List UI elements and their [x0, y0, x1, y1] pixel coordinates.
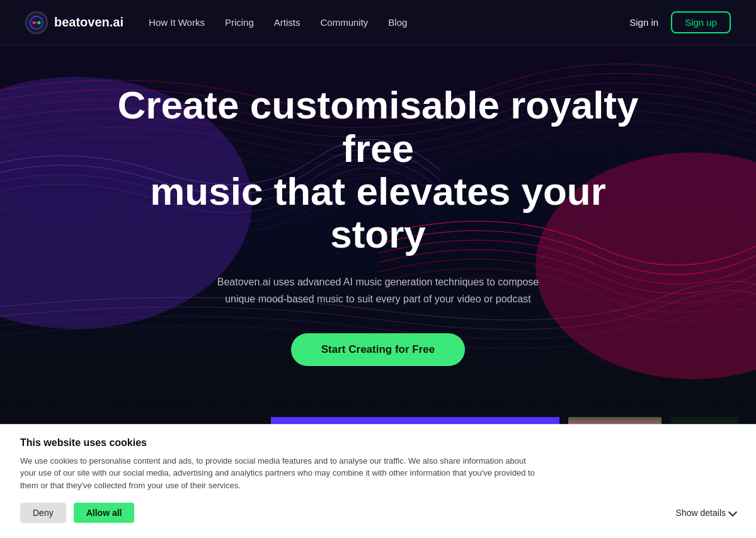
sign-up-button[interactable]: Sign up: [671, 11, 731, 33]
navbar: beatoven.ai How It Works Pricing Artists…: [0, 0, 756, 45]
logo-icon: [25, 11, 48, 34]
cookie-banner: This website uses cookies We use cookies…: [0, 424, 756, 539]
cookie-text: We use cookies to personalise content an…: [20, 455, 537, 492]
nav-community[interactable]: Community: [320, 17, 368, 28]
hero-content: Create customisable royalty free music t…: [107, 84, 649, 365]
allow-all-button[interactable]: Allow all: [74, 503, 135, 523]
logo-text: beatoven.ai: [54, 15, 123, 30]
nav-artists[interactable]: Artists: [274, 17, 301, 28]
hero-subtitle: Beatoven.ai uses advanced AI music gener…: [214, 273, 542, 307]
nav-links: How It Works Pricing Artists Community B…: [149, 17, 407, 28]
sign-in-button[interactable]: Sign in: [629, 17, 658, 28]
cookie-title: This website uses cookies: [20, 437, 736, 449]
nav-left: beatoven.ai How It Works Pricing Artists…: [25, 11, 407, 34]
cta-button[interactable]: Start Creating for Free: [291, 333, 465, 366]
hero-title: Create customisable royalty free music t…: [107, 84, 649, 256]
cookie-buttons: Deny Allow all: [20, 503, 134, 523]
nav-blog[interactable]: Blog: [388, 17, 407, 28]
show-details-button[interactable]: Show details: [676, 508, 736, 518]
deny-button[interactable]: Deny: [20, 503, 66, 523]
nav-how-it-works[interactable]: How It Works: [149, 17, 205, 28]
nav-pricing[interactable]: Pricing: [225, 17, 254, 28]
show-details-label: Show details: [676, 508, 726, 518]
chevron-down-icon: [728, 507, 737, 516]
cookie-actions: Deny Allow all Show details: [20, 503, 736, 523]
hero-section: Create customisable royalty free music t…: [0, 45, 756, 417]
logo[interactable]: beatoven.ai: [25, 11, 123, 34]
nav-right: Sign in Sign up: [629, 11, 731, 33]
